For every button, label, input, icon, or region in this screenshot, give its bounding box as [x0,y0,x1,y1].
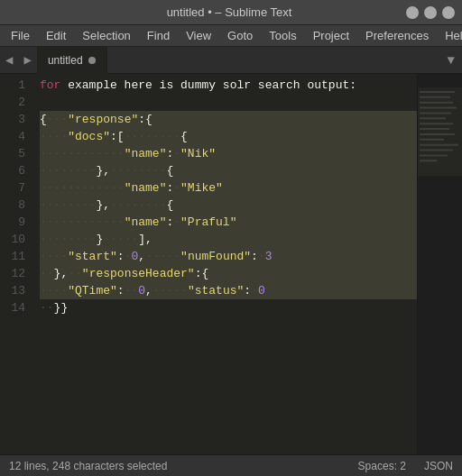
code-line-4: ····"docs":[········{ [40,128,417,145]
tab-label: untitled [48,54,83,67]
menu-file[interactable]: File [4,27,37,44]
menu-help[interactable]: Help [438,27,462,44]
menu-bar: File Edit Selection Find View Goto Tools… [0,25,462,47]
line-num-14: 14 [0,299,25,316]
maximize-button[interactable]: □ [424,6,437,19]
code-line-1: for example here is dummy solr search ou… [40,77,417,94]
menu-goto[interactable]: Goto [220,27,260,44]
code-line-11: ····"start":·0,·····"numFound":·3 [40,248,417,265]
status-right: Spaces: 2 JSON [358,460,453,472]
code-line-2 [40,94,417,111]
code-line-5: ············"name":·"Nik" [40,145,417,162]
minimap-svg [418,74,462,454]
tab-nav-right[interactable]: ▶ [18,47,36,74]
menu-find[interactable]: Find [140,27,177,44]
line-num-5: 5 [0,145,25,162]
line-num-6: 6 [0,162,25,179]
status-selection-info: 12 lines, 248 characters selected [9,460,167,472]
menu-preferences[interactable]: Preferences [358,27,436,44]
minimize-button[interactable]: – [406,6,419,19]
line-num-7: 7 [0,179,25,197]
line-num-11: 11 [0,248,25,265]
menu-project[interactable]: Project [306,27,356,44]
menu-selection[interactable]: Selection [75,27,137,44]
code-line-13: ····"QTime":··0,·····"status":·0 [40,282,417,299]
line-numbers: 1 2 3 4 5 6 7 8 9 10 11 12 13 14 [0,74,32,454]
tab-nav-left[interactable]: ◀ [0,47,18,74]
menu-edit[interactable]: Edit [39,27,73,44]
status-syntax[interactable]: JSON [424,460,453,472]
code-line-8: ········},········{ [40,197,417,214]
line-num-4: 4 [0,128,25,145]
close-button[interactable]: × [442,6,455,19]
minimap [417,74,462,454]
line-num-8: 8 [0,197,25,214]
line-num-2: 2 [0,94,25,111]
code-line-10: ········}·····], [40,231,417,248]
tab-bar: ◀ ▶ untitled ▼ [0,47,462,74]
code-line-14: ··}} [40,299,417,316]
code-line-7: ············"name":·"Mike" [40,179,417,197]
title-bar: untitled • – Sublime Text – □ × [0,0,462,25]
code-line-3: {···"response":{ [40,111,417,128]
line-num-3: 3 [0,111,25,128]
line-num-12: 12 [0,265,25,282]
code-line-12: ··},··"responseHeader":{ [40,265,417,282]
code-line-6: ········},········{ [40,162,417,179]
editor[interactable]: 1 2 3 4 5 6 7 8 9 10 11 12 13 14 for exa… [0,74,462,454]
svg-rect-15 [418,87,462,176]
menu-tools[interactable]: Tools [262,27,303,44]
tab-modified-dot [88,57,96,64]
status-spaces[interactable]: Spaces: 2 [358,460,406,472]
line-num-10: 10 [0,231,25,248]
line-num-9: 9 [0,214,25,231]
line-num-1: 1 [0,77,25,94]
menu-view[interactable]: View [179,27,218,44]
tab-dropdown-icon[interactable]: ▼ [440,53,462,68]
status-bar: 12 lines, 248 characters selected Spaces… [0,454,462,476]
code-line-9: ············"name":·"Praful" [40,214,417,231]
window-title: untitled • – Sublime Text [52,5,406,19]
line-num-13: 13 [0,282,25,299]
window-controls: – □ × [406,6,455,19]
code-editor[interactable]: for example here is dummy solr search ou… [32,74,417,454]
tab-untitled[interactable]: untitled [37,47,107,74]
